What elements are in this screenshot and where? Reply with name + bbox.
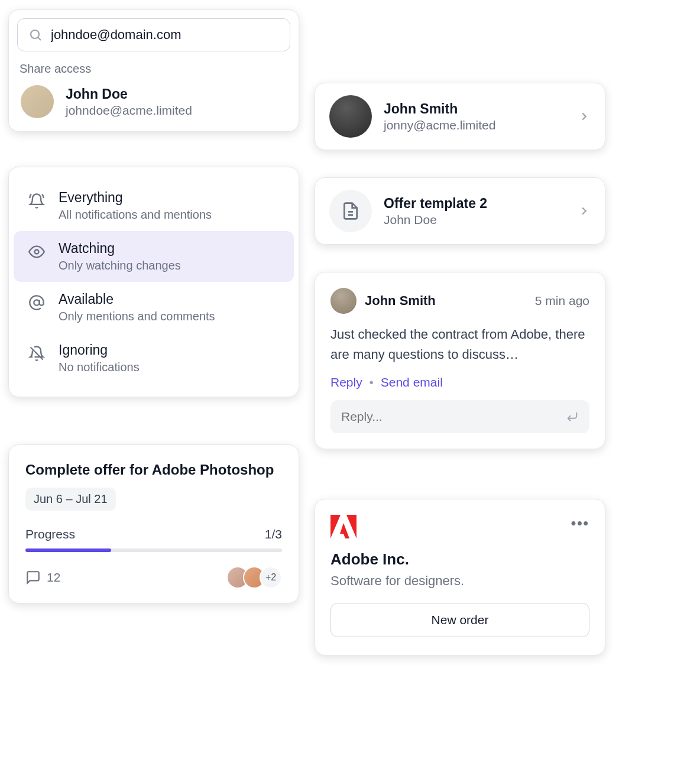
user-name: John Doe <box>66 86 287 102</box>
share-user-row[interactable]: John Doe johndoe@acme.limited <box>17 83 290 121</box>
contact-name: John Smith <box>384 101 566 117</box>
search-icon <box>28 28 43 42</box>
comment-card: John Smith 5 min ago Just checked the co… <box>315 272 605 449</box>
enter-icon <box>566 410 579 423</box>
option-title: Ignoring <box>59 342 140 358</box>
progress-bar <box>25 548 282 552</box>
more-menu-button[interactable]: ••• <box>571 515 589 531</box>
notification-options-card: Everything All notifications and mention… <box>8 167 299 397</box>
share-search-input[interactable] <box>51 27 279 43</box>
svg-point-0 <box>31 30 39 38</box>
option-subtitle: No notifications <box>59 361 140 374</box>
reply-link[interactable]: Reply <box>330 375 362 389</box>
date-range-chip[interactable]: Jun 6 – Jul 21 <box>25 488 116 511</box>
separator-dot: • <box>370 375 374 389</box>
adobe-logo-icon <box>330 515 357 538</box>
option-subtitle: Only watching changes <box>59 259 181 272</box>
reply-input[interactable] <box>341 410 566 424</box>
task-card: Complete offer for Adobe Photoshop Jun 6… <box>8 444 299 603</box>
bell-ring-icon <box>28 192 46 210</box>
document-author: John Doe <box>384 213 566 227</box>
chevron-right-icon <box>578 205 591 218</box>
send-email-link[interactable]: Send email <box>381 375 443 389</box>
svg-point-2 <box>35 250 39 254</box>
document-row-card[interactable]: Offer template 2 John Doe <box>315 177 605 245</box>
option-available[interactable]: Available Only mentions and comments <box>14 282 294 333</box>
option-everything[interactable]: Everything All notifications and mention… <box>14 180 294 231</box>
eye-icon <box>28 243 46 261</box>
chevron-right-icon <box>578 110 591 123</box>
assignee-avatars[interactable]: +2 <box>226 566 282 589</box>
new-order-button[interactable]: New order <box>330 603 589 637</box>
document-title: Offer template 2 <box>384 196 566 212</box>
comment-timestamp: 5 min ago <box>535 294 589 308</box>
more-avatars-badge: +2 <box>260 566 282 589</box>
option-title: Everything <box>59 190 212 206</box>
avatar <box>329 95 372 138</box>
company-name: Adobe Inc. <box>330 550 589 569</box>
company-tagline: Software for designers. <box>330 573 589 589</box>
contact-row-card[interactable]: John Smith jonny@acme.limited <box>315 83 605 150</box>
avatar <box>21 85 54 118</box>
share-access-label: Share access <box>20 62 290 76</box>
bell-off-icon <box>28 345 46 362</box>
company-card: ••• Adobe Inc. Software for designers. N… <box>315 499 605 655</box>
option-subtitle: Only mentions and comments <box>59 310 215 323</box>
document-icon <box>329 190 372 232</box>
option-title: Available <box>59 291 215 307</box>
avatar <box>330 288 357 314</box>
comment-author: John Smith <box>365 293 527 309</box>
comment-icon <box>25 570 41 585</box>
contact-email: jonny@acme.limited <box>384 118 566 132</box>
comment-body: Just checked the contract from Adobe, th… <box>330 324 589 365</box>
share-access-card: Share access John Doe johndoe@acme.limit… <box>8 9 299 132</box>
option-subtitle: All notifications and mentions <box>59 208 212 222</box>
progress-label: Progress <box>25 527 75 541</box>
progress-value: 1/3 <box>265 527 282 541</box>
option-watching[interactable]: Watching Only watching changes <box>14 231 294 282</box>
share-search-box[interactable] <box>17 18 290 51</box>
svg-line-1 <box>38 38 41 41</box>
task-title: Complete offer for Adobe Photoshop <box>25 462 282 478</box>
option-ignoring[interactable]: Ignoring No notifications <box>14 333 294 384</box>
option-title: Watching <box>59 241 181 257</box>
reply-input-box[interactable] <box>330 400 589 433</box>
comments-number: 12 <box>47 570 60 585</box>
at-sign-icon <box>28 294 46 311</box>
user-email: johndoe@acme.limited <box>66 103 287 118</box>
svg-point-3 <box>34 300 39 305</box>
comments-count[interactable]: 12 <box>25 570 60 585</box>
progress-fill <box>25 548 111 552</box>
